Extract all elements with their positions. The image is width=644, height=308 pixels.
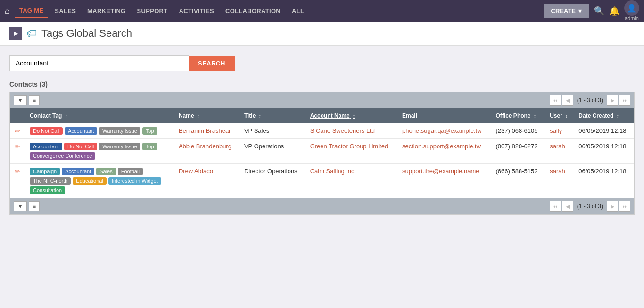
- contact-tag[interactable]: Interested in Widget: [108, 177, 161, 185]
- nav-item-marketing[interactable]: MARKETING: [83, 5, 130, 17]
- contact-tag[interactable]: Do Not Call: [30, 127, 63, 135]
- page-header: ▶ 🏷 Tags Global Search: [0, 22, 644, 46]
- contact-user[interactable]: sarah: [545, 139, 574, 164]
- email-link[interactable]: section.support@example.tw: [402, 143, 481, 150]
- sort-arrows-contact-tag: ↕: [65, 113, 67, 119]
- first-page-button-bottom[interactable]: ⏮: [550, 201, 561, 212]
- contact-tag[interactable]: Consultation: [30, 186, 65, 194]
- contact-tag[interactable]: Campaign: [30, 168, 60, 175]
- account-name[interactable]: Green Tractor Group Limited: [305, 139, 397, 164]
- date-created: 06/05/2019 12:18: [574, 164, 634, 198]
- edit-cell: ✏: [10, 139, 25, 164]
- edit-icon[interactable]: ✏: [15, 125, 20, 135]
- search-bar: SEARCH: [9, 55, 635, 71]
- contact-name-link[interactable]: Abbie Brandenburg: [179, 143, 231, 150]
- admin-label: admin: [625, 16, 639, 21]
- contact-name[interactable]: Benjamin Brashear: [174, 123, 239, 139]
- contact-tag[interactable]: Sales: [96, 168, 116, 175]
- pagination-top: ⏮ ◀ (1 - 3 of 3) ▶ ⏭: [550, 95, 630, 106]
- nav-item-support[interactable]: SUPPORT: [132, 5, 173, 17]
- th-user[interactable]: User ↕: [545, 108, 574, 123]
- th-contact-tag[interactable]: Contact Tag ↕: [25, 108, 174, 123]
- contact-tag[interactable]: Football: [118, 168, 143, 175]
- contact-tag[interactable]: Top: [142, 127, 157, 135]
- contact-tag[interactable]: Accountant: [65, 127, 97, 135]
- contact-tag[interactable]: The NFC-north: [30, 177, 71, 185]
- contact-name[interactable]: Abbie Brandenburg: [174, 139, 239, 164]
- contact-user[interactable]: sarah: [545, 164, 574, 198]
- th-account-name[interactable]: Account Name ↕: [305, 108, 397, 123]
- th-date-created[interactable]: Date Created ↕: [574, 108, 634, 123]
- th-title[interactable]: Title ↕: [239, 108, 305, 123]
- edit-icon[interactable]: ✏: [15, 166, 20, 175]
- th-email: Email: [397, 108, 491, 123]
- columns-button-bottom[interactable]: ≡: [29, 201, 40, 211]
- nav-right: CREATE ▾ 🔍 🔔 👤 admin: [544, 0, 639, 21]
- edit-icon[interactable]: ✏: [15, 141, 20, 150]
- contact-tag[interactable]: Warranty Issue: [99, 127, 140, 135]
- table-toolbar-bottom: ▼ ≡ ⏮ ◀ (1 - 3 of 3) ▶ ⏭: [10, 198, 634, 214]
- th-name[interactable]: Name ↕: [174, 108, 239, 123]
- notifications-icon[interactable]: 🔔: [609, 6, 619, 16]
- th-office-phone[interactable]: Office Phone ↕: [491, 108, 545, 123]
- prev-page-button[interactable]: ◀: [562, 95, 573, 106]
- th-edit: [10, 108, 25, 123]
- account-name-link[interactable]: S Cane Sweeteners Ltd: [310, 127, 375, 134]
- account-name[interactable]: S Cane Sweeteners Ltd: [305, 123, 397, 139]
- create-button[interactable]: CREATE ▾: [544, 4, 589, 18]
- dropdown-arrow-icon: ▾: [578, 8, 582, 15]
- contact-name[interactable]: Drew Aldaco: [174, 164, 239, 198]
- account-name-link[interactable]: Green Tractor Group Limited: [310, 143, 388, 150]
- sidebar-toggle-button[interactable]: ▶: [9, 27, 22, 40]
- nav-item-activities[interactable]: ACTIVITIES: [174, 5, 219, 17]
- contact-email[interactable]: section.support@example.tw: [397, 139, 491, 164]
- date-created: 06/05/2019 12:18: [574, 123, 634, 139]
- first-page-button[interactable]: ⏮: [550, 95, 561, 106]
- account-name[interactable]: Calm Sailing Inc: [305, 164, 397, 198]
- home-icon[interactable]: ⌂: [5, 6, 10, 16]
- contact-tag[interactable]: Convergence Conference: [30, 152, 95, 160]
- user-link[interactable]: sarah: [550, 143, 565, 150]
- table-toolbar-top: ▼ ≡ ⏮ ◀ (1 - 3 of 3) ▶ ⏭: [10, 92, 634, 108]
- search-button[interactable]: SEARCH: [189, 56, 235, 71]
- contact-tag[interactable]: Warranty Issue: [99, 143, 140, 150]
- contact-user[interactable]: sally: [545, 123, 574, 139]
- user-link[interactable]: sally: [550, 127, 562, 134]
- tag-cell: Do Not CallAccountantWarranty IssueTop: [25, 123, 174, 139]
- email-link[interactable]: phone.sugar.qa@example.tw: [402, 127, 482, 134]
- contact-email[interactable]: support.the@example.name: [397, 164, 491, 198]
- office-phone: (666) 588-5152: [491, 164, 545, 198]
- toolbar-left-bottom: ▼ ≡: [14, 201, 40, 211]
- edit-cell: ✏: [10, 164, 25, 198]
- nav-item-collaboration[interactable]: COLLABORATION: [221, 5, 285, 17]
- contact-name-link[interactable]: Benjamin Brashear: [179, 127, 231, 134]
- prev-page-button-bottom[interactable]: ◀: [562, 201, 573, 212]
- tag-cell: CampaignAccountantSalesFootballThe NFC-n…: [25, 164, 174, 198]
- user-link[interactable]: sarah: [550, 168, 565, 175]
- columns-button[interactable]: ≡: [29, 95, 40, 105]
- next-page-button[interactable]: ▶: [607, 95, 618, 106]
- next-page-button-bottom[interactable]: ▶: [607, 201, 618, 212]
- filter-button-bottom[interactable]: ▼: [14, 201, 27, 211]
- contact-tag[interactable]: Do Not Call: [64, 143, 97, 150]
- pagination-bottom: ⏮ ◀ (1 - 3 of 3) ▶ ⏭: [550, 201, 630, 212]
- admin-avatar[interactable]: 👤: [624, 0, 639, 16]
- nav-item-all[interactable]: ALL: [287, 5, 309, 17]
- filter-button[interactable]: ▼: [14, 95, 27, 105]
- search-icon[interactable]: 🔍: [594, 6, 604, 16]
- nav-item-tagme[interactable]: TAG ME: [15, 4, 48, 18]
- contact-tag[interactable]: Accountant: [62, 168, 94, 175]
- contact-tag[interactable]: Educational: [73, 177, 107, 185]
- account-name-link[interactable]: Calm Sailing Inc: [310, 168, 355, 175]
- contact-tag[interactable]: Top: [142, 143, 157, 150]
- last-page-button-bottom[interactable]: ⏭: [619, 201, 630, 212]
- contact-name-link[interactable]: Drew Aldaco: [179, 168, 213, 175]
- nav-item-sales[interactable]: SALES: [50, 5, 81, 17]
- contact-tag[interactable]: Accountant: [30, 143, 62, 150]
- nav-items: TAG ME SALES MARKETING SUPPORT ACTIVITIE…: [15, 4, 544, 18]
- top-nav: ⌂ TAG ME SALES MARKETING SUPPORT ACTIVIT…: [0, 0, 644, 22]
- contact-email[interactable]: phone.sugar.qa@example.tw: [397, 123, 491, 139]
- last-page-button[interactable]: ⏭: [619, 95, 630, 106]
- email-link[interactable]: support.the@example.name: [402, 168, 479, 175]
- search-input[interactable]: [9, 55, 189, 71]
